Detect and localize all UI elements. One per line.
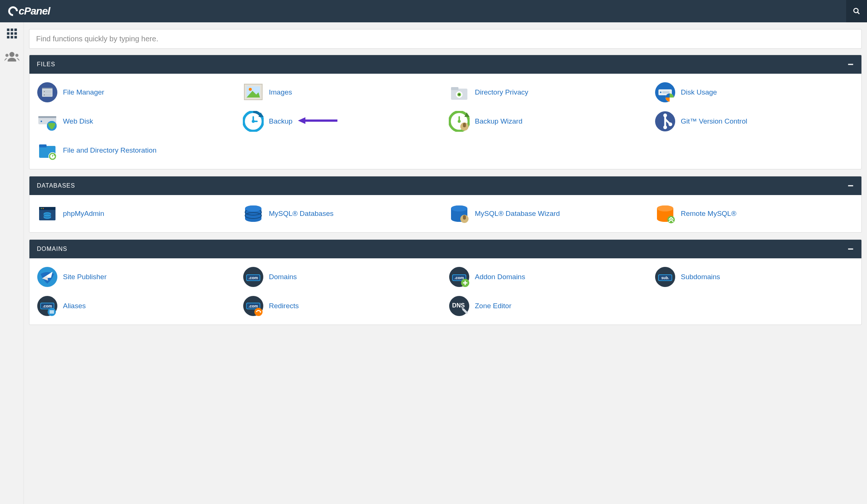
tile-zone-editor[interactable]: Zone Editor bbox=[447, 293, 650, 319]
minus-icon bbox=[847, 246, 854, 252]
svg-rect-17 bbox=[848, 185, 853, 186]
cpanel-logo[interactable]: cPanel bbox=[8, 5, 50, 17]
tile-subdomains[interactable]: Subdomains bbox=[653, 264, 855, 290]
tile-label: Git™ Version Control bbox=[681, 117, 747, 125]
backup-wizard-icon bbox=[449, 111, 470, 132]
svg-rect-14 bbox=[848, 64, 853, 65]
tile-label: File Manager bbox=[63, 88, 104, 96]
tile-web-disk[interactable]: Web Disk bbox=[35, 108, 238, 135]
tile-redirects[interactable]: Redirects bbox=[241, 293, 444, 319]
tile-file-directory-restoration[interactable]: File and Directory Restoration bbox=[35, 137, 238, 164]
section-title: FILES bbox=[37, 61, 55, 68]
images-icon bbox=[243, 82, 264, 103]
mysql-database-wizard-icon bbox=[449, 203, 470, 224]
tile-label: Directory Privacy bbox=[475, 88, 528, 96]
tile-git-version-control[interactable]: Git™ Version Control bbox=[653, 108, 855, 135]
tile-label: Backup bbox=[269, 117, 292, 125]
domains-icon bbox=[243, 267, 264, 287]
collapse-button[interactable] bbox=[847, 246, 854, 252]
section-header-databases: DATABASES bbox=[29, 176, 861, 195]
tile-backup[interactable]: Backup bbox=[241, 108, 444, 135]
section-body: Site PublisherDomainsAddon DomainsSubdom… bbox=[29, 258, 861, 325]
tile-disk-usage[interactable]: Disk Usage bbox=[653, 79, 855, 106]
tile-domains[interactable]: Domains bbox=[241, 264, 444, 290]
section-header-domains: DOMAINS bbox=[29, 240, 861, 258]
file-manager-icon bbox=[37, 82, 58, 103]
svg-rect-5 bbox=[7, 32, 9, 35]
main-content: FILESFile ManagerImagesDirectory Privacy… bbox=[24, 22, 867, 504]
header-actions bbox=[846, 0, 867, 22]
tile-label: Remote MySQL® bbox=[681, 210, 736, 218]
mysql-databases-icon bbox=[243, 203, 264, 224]
redirects-icon bbox=[243, 296, 264, 316]
aliases-icon bbox=[37, 296, 58, 316]
file-directory-restoration-icon bbox=[37, 140, 58, 161]
tile-label: Disk Usage bbox=[681, 88, 717, 96]
cpanel-logo-text: cPanel bbox=[19, 5, 50, 17]
tile-images[interactable]: Images bbox=[241, 79, 444, 106]
svg-rect-2 bbox=[7, 29, 9, 31]
addon-domains-icon bbox=[449, 267, 470, 287]
section-databases: DATABASESphpMyAdminMySQL® DatabasesMySQL… bbox=[29, 176, 862, 233]
tile-label: Site Publisher bbox=[63, 273, 107, 281]
svg-rect-3 bbox=[10, 29, 13, 31]
section-body: phpMyAdminMySQL® DatabasesMySQL® Databas… bbox=[29, 195, 861, 232]
remote-mysql-icon bbox=[655, 203, 676, 224]
disk-usage-icon bbox=[655, 82, 676, 103]
collapse-button[interactable] bbox=[847, 182, 854, 189]
svg-rect-7 bbox=[14, 32, 17, 35]
zone-editor-icon bbox=[449, 296, 470, 316]
collapse-button[interactable] bbox=[847, 61, 854, 68]
svg-rect-4 bbox=[14, 29, 17, 31]
section-header-files: FILES bbox=[29, 55, 861, 74]
section-body: File ManagerImagesDirectory PrivacyDisk … bbox=[29, 74, 861, 169]
phpmyadmin-icon bbox=[37, 203, 58, 224]
tile-label: Domains bbox=[269, 273, 297, 281]
grid-icon bbox=[6, 28, 18, 39]
tile-mysql-databases[interactable]: MySQL® Databases bbox=[241, 200, 444, 227]
search-button[interactable] bbox=[846, 0, 867, 22]
tile-label: Zone Editor bbox=[475, 302, 511, 310]
svg-point-0 bbox=[854, 9, 858, 13]
svg-point-13 bbox=[15, 54, 18, 57]
tile-label: MySQL® Databases bbox=[269, 210, 333, 218]
svg-point-12 bbox=[5, 54, 8, 57]
tile-remote-mysql[interactable]: Remote MySQL® bbox=[653, 200, 855, 227]
svg-rect-8 bbox=[7, 36, 9, 39]
tile-label: File and Directory Restoration bbox=[63, 146, 156, 154]
apps-grid-button[interactable] bbox=[6, 28, 18, 41]
tile-site-publisher[interactable]: Site Publisher bbox=[35, 264, 238, 290]
tile-phpmyadmin[interactable]: phpMyAdmin bbox=[35, 200, 238, 227]
svg-line-1 bbox=[858, 12, 860, 14]
tile-label: Subdomains bbox=[681, 273, 720, 281]
tile-label: Redirects bbox=[269, 302, 299, 310]
tile-label: Backup Wizard bbox=[475, 117, 523, 125]
tile-file-manager[interactable]: File Manager bbox=[35, 79, 238, 106]
cpanel-logo-mark bbox=[6, 4, 20, 18]
search-icon bbox=[853, 7, 860, 15]
tile-backup-wizard[interactable]: Backup Wizard bbox=[447, 108, 650, 135]
minus-icon bbox=[847, 182, 854, 189]
top-header: cPanel bbox=[0, 0, 867, 22]
section-title: DATABASES bbox=[37, 182, 75, 189]
site-publisher-icon bbox=[37, 267, 58, 287]
svg-rect-10 bbox=[14, 36, 17, 39]
minus-icon bbox=[847, 61, 854, 68]
function-search-input[interactable] bbox=[29, 29, 862, 49]
sidebar bbox=[0, 22, 24, 504]
web-disk-icon bbox=[37, 111, 58, 132]
tile-aliases[interactable]: Aliases bbox=[35, 293, 238, 319]
section-domains: DOMAINSSite PublisherDomainsAddon Domain… bbox=[29, 239, 862, 325]
svg-rect-18 bbox=[848, 249, 853, 250]
directory-privacy-icon bbox=[449, 82, 470, 103]
tile-addon-domains[interactable]: Addon Domains bbox=[447, 264, 650, 290]
annotation-arrow bbox=[297, 116, 338, 127]
section-files: FILESFile ManagerImagesDirectory Privacy… bbox=[29, 55, 862, 169]
users-button[interactable] bbox=[4, 51, 19, 63]
subdomains-icon bbox=[655, 267, 676, 287]
tile-mysql-database-wizard[interactable]: MySQL® Database Wizard bbox=[447, 200, 650, 227]
tile-label: Images bbox=[269, 88, 292, 96]
tile-label: Web Disk bbox=[63, 117, 93, 125]
tile-label: Aliases bbox=[63, 302, 86, 310]
tile-directory-privacy[interactable]: Directory Privacy bbox=[447, 79, 650, 106]
